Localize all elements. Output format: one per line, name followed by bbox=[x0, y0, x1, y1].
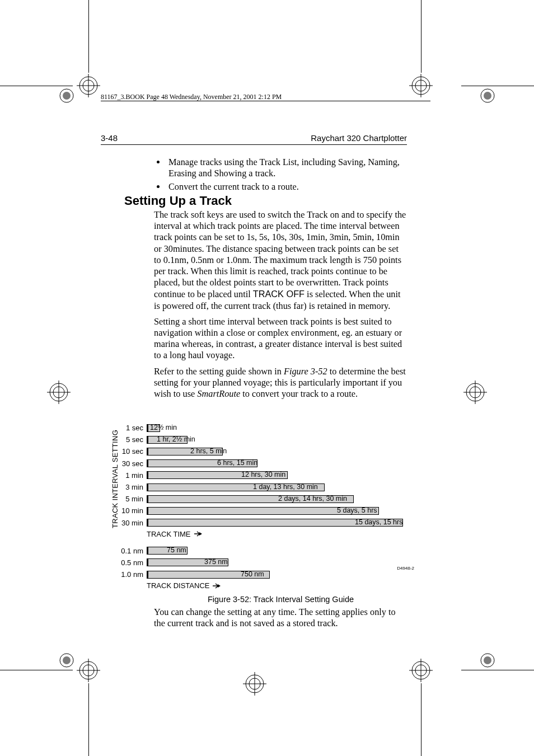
text-run: Refer to the setting guide shown in bbox=[154, 366, 284, 377]
chart-y-axis-label: TRACK INTERVAL SETTING bbox=[111, 430, 119, 528]
body-column: The track soft keys are used to switch t… bbox=[154, 209, 407, 404]
body-column: Manage tracks using the Track List, incl… bbox=[154, 157, 407, 199]
book-info: 81167_3.BOOK Page 48 Wednesday, November… bbox=[101, 93, 282, 101]
chart-bar-row: 5 min2 days, 14 hrs, 30 min bbox=[112, 493, 409, 505]
page: 81167_3.BOOK Page 48 Wednesday, November… bbox=[0, 0, 534, 756]
chart-bar-row: 0.5 nm375 nm bbox=[112, 557, 409, 569]
chart-bar-axis-tick bbox=[147, 507, 148, 515]
chart-bar-wrap: 1 hr, 2½ min bbox=[147, 436, 404, 444]
crop-line bbox=[421, 0, 421, 73]
paragraph: The track soft keys are used to switch t… bbox=[154, 209, 407, 312]
svg-point-29 bbox=[63, 92, 71, 100]
track-interval-chart: TRACK INTERVAL SETTING 1 sec12½ min5 sec… bbox=[112, 422, 409, 590]
svg-point-33 bbox=[63, 656, 71, 664]
chart-bar-value: 750 nm bbox=[241, 570, 264, 578]
registration-mark-icon bbox=[77, 659, 100, 682]
chart-bar-axis-tick bbox=[147, 471, 148, 479]
chart-bar-value: 12 hrs, 30 min bbox=[241, 471, 285, 478]
page-header-rule bbox=[101, 144, 407, 145]
arrow-right-icon bbox=[194, 531, 202, 537]
chart-bar-wrap: 375 nm bbox=[147, 558, 404, 566]
text-run: to convert your track to a route. bbox=[240, 388, 358, 399]
axis-label-text: TRACK TIME bbox=[147, 530, 191, 538]
chart-bar-axis-tick bbox=[147, 495, 148, 503]
corner-blob-icon bbox=[55, 649, 78, 672]
chart-bar-axis-tick bbox=[147, 519, 148, 527]
bullet-item: Manage tracks using the Track List, incl… bbox=[166, 157, 407, 179]
chart-bar-wrap: 75 nm bbox=[147, 547, 404, 555]
chart-category-label: 0.1 nm bbox=[112, 547, 147, 555]
chart-bar-axis-tick bbox=[147, 483, 148, 491]
corner-blob-icon bbox=[476, 649, 499, 672]
chart-bar-wrap: 1 day, 13 hrs, 30 min bbox=[147, 483, 404, 491]
chart-bar-wrap: 2 hrs, 5 min bbox=[147, 448, 404, 456]
svg-point-35 bbox=[484, 656, 491, 664]
side-registration-mark-icon bbox=[463, 381, 487, 404]
page-header: 3-48 Raychart 320 Chartplotter bbox=[101, 133, 407, 143]
chart-bar-axis-tick bbox=[147, 448, 148, 456]
chart-bar-row: 30 min15 days, 15 hrs bbox=[112, 517, 409, 529]
axis-label-text: TRACK DISTANCE bbox=[147, 581, 209, 590]
chart-bar-row: 0.1 nm75 nm bbox=[112, 545, 409, 557]
page-number: 3-48 bbox=[101, 133, 118, 143]
chart-category-label: 1.0 nm bbox=[112, 570, 147, 579]
chart-bar-row: 10 min5 days, 5 hrs bbox=[112, 505, 409, 516]
chart-bar-row: 1.0 nm750 nm bbox=[112, 569, 409, 580]
figure-ref: Figure 3-52 bbox=[284, 366, 327, 377]
chart-category-label: 0.5 nm bbox=[112, 558, 147, 567]
chart-bar-wrap: 12 hrs, 30 min bbox=[147, 471, 404, 479]
chart-bar-wrap: 750 nm bbox=[147, 571, 404, 579]
chart-bar-axis-tick bbox=[147, 571, 148, 579]
paragraph: You can change the setting at any time. … bbox=[154, 607, 407, 629]
book-info-rule bbox=[101, 101, 430, 101]
figure-caption: Figure 3-52: Track Interval Setting Guid… bbox=[154, 595, 407, 604]
chart-bar-value: 15 days, 15 hrs bbox=[355, 518, 402, 526]
bullet-item: Convert the current track to a route. bbox=[166, 181, 407, 192]
chart-bar-row: 3 min1 day, 13 hrs, 30 min bbox=[112, 481, 409, 493]
corner-blob-icon bbox=[55, 84, 78, 107]
product-title: Raychart 320 Chartplotter bbox=[311, 133, 407, 143]
text-run: The track soft keys are used to switch t… bbox=[154, 209, 406, 299]
registration-mark-icon bbox=[409, 659, 433, 682]
chart-bar-axis-tick bbox=[147, 436, 148, 444]
bullet-list: Manage tracks using the Track List, incl… bbox=[154, 157, 407, 193]
chart-bar-wrap: 6 hrs, 15 min bbox=[147, 459, 404, 467]
paragraph: Refer to the setting guide shown in Figu… bbox=[154, 366, 407, 400]
chart-bar-value: 1 hr, 2½ min bbox=[157, 435, 195, 443]
section-heading: Setting Up a Track bbox=[124, 194, 232, 208]
crop-line bbox=[421, 683, 421, 756]
registration-mark-icon bbox=[409, 74, 433, 97]
chart-bar-value: 2 days, 14 hrs, 30 min bbox=[278, 495, 347, 503]
track-off-label: TRACK OFF bbox=[253, 289, 305, 299]
side-registration-mark-icon bbox=[47, 381, 71, 404]
chart-bar-wrap: 5 days, 5 hrs bbox=[147, 507, 404, 515]
chart-bar-axis-tick bbox=[147, 459, 148, 467]
chart-bar-value: 6 hrs, 15 min bbox=[217, 459, 257, 467]
crop-line bbox=[88, 683, 89, 756]
chart-bar-row: 30 sec6 hrs, 15 min bbox=[112, 458, 409, 469]
crop-line bbox=[88, 0, 89, 73]
chart-bar-value: 1 day, 13 hrs, 30 min bbox=[253, 483, 318, 491]
chart-bar-value: 75 nm bbox=[167, 546, 186, 554]
chart-bar-axis-tick bbox=[147, 424, 148, 432]
chart-time-rows: 1 sec12½ min5 sec1 hr, 2½ min10 sec2 hrs… bbox=[112, 422, 409, 529]
chart-bar-wrap: 12½ min bbox=[147, 424, 404, 432]
smartroute-term: SmartRoute bbox=[197, 388, 240, 399]
chart-bar-axis-tick bbox=[147, 547, 148, 555]
chart-bar-row: 5 sec1 hr, 2½ min bbox=[112, 434, 409, 445]
chart-distance-axis-label: TRACK DISTANCE bbox=[147, 581, 409, 590]
chart-bar-value: 5 days, 5 hrs bbox=[337, 506, 377, 514]
svg-point-31 bbox=[484, 92, 491, 100]
arrow-right-icon bbox=[213, 583, 221, 589]
chart-bar-row: 10 sec2 hrs, 5 min bbox=[112, 445, 409, 457]
chart-bar-row: 1 min12 hrs, 30 min bbox=[112, 469, 409, 481]
chart-bar-value: 375 nm bbox=[204, 558, 228, 566]
chart-figure-id: D4948-2 bbox=[397, 566, 414, 571]
chart-bar-row: 1 sec12½ min bbox=[112, 422, 409, 434]
bottom-registration-mark-icon bbox=[243, 672, 266, 696]
corner-blob-icon bbox=[476, 84, 499, 107]
chart-bar-wrap: 15 days, 15 hrs bbox=[147, 519, 404, 527]
chart-bar-value: 2 hrs, 5 min bbox=[190, 447, 227, 455]
registration-mark-icon bbox=[77, 74, 100, 97]
chart-bar-axis-tick bbox=[147, 558, 148, 566]
